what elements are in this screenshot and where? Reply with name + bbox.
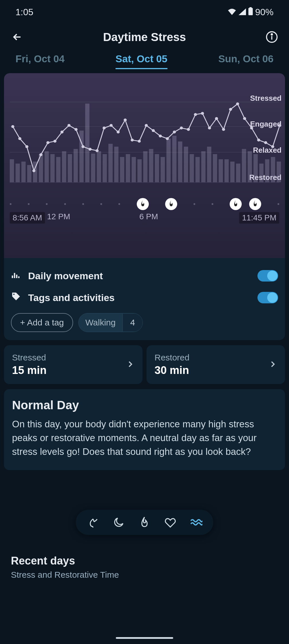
svg-point-95	[13, 294, 15, 295]
svg-point-74	[166, 137, 169, 140]
svg-point-71	[145, 124, 148, 127]
svg-rect-32	[166, 139, 171, 182]
tags-label: Tags and activities	[28, 292, 115, 303]
nav-heart[interactable]	[163, 515, 177, 529]
svg-rect-23	[114, 147, 118, 182]
flame-icon[interactable]	[249, 198, 261, 210]
svg-point-73	[159, 135, 162, 137]
stressed-card[interactable]: Stressed 15 min	[4, 345, 142, 384]
nav-readiness[interactable]	[86, 515, 100, 529]
svg-point-89	[271, 145, 274, 148]
activity-marker-row	[10, 197, 279, 211]
svg-point-57	[46, 141, 50, 144]
movement-toggle-row: Daily movement	[11, 265, 278, 287]
tags-toggle[interactable]	[257, 292, 278, 303]
tag-chip-count: 4	[122, 314, 142, 331]
time-6pm: 6 PM	[139, 212, 158, 221]
clock-time: 1:05	[15, 7, 33, 18]
svg-rect-14	[62, 151, 66, 182]
add-tag-button[interactable]: + Add a tag	[11, 313, 73, 332]
svg-point-76	[180, 127, 183, 129]
chevron-right-icon	[268, 360, 277, 370]
svg-point-55	[32, 169, 36, 172]
restored-value: 30 min	[155, 364, 190, 377]
svg-rect-47	[253, 154, 258, 182]
info-button[interactable]	[265, 30, 279, 44]
svg-rect-0	[248, 8, 253, 15]
back-button[interactable]	[10, 30, 24, 44]
tag-row: + Add a tag Walking 4	[11, 313, 278, 332]
header: Daytime Stress	[0, 23, 289, 51]
svg-point-62	[81, 145, 85, 148]
svg-rect-48	[259, 164, 263, 182]
date-tabs: Fri, Oct 04 Sat, Oct 05 Sun, Oct 06	[0, 51, 289, 69]
svg-rect-24	[120, 157, 124, 182]
svg-point-70	[138, 140, 141, 143]
time-start: 8:56 AM	[10, 212, 45, 224]
svg-point-81	[215, 117, 218, 120]
svg-rect-25	[126, 154, 130, 182]
controls-card: Daily movement Tags and activities + Add…	[4, 258, 285, 340]
svg-rect-28	[143, 151, 148, 182]
svg-rect-94	[18, 276, 20, 278]
svg-point-84	[236, 102, 239, 105]
wifi-icon	[228, 7, 236, 18]
svg-rect-44	[236, 164, 240, 182]
tags-toggle-row: Tags and activities	[11, 287, 278, 309]
svg-point-59	[60, 131, 64, 133]
svg-point-87	[257, 139, 260, 141]
svg-point-68	[124, 119, 127, 121]
svg-point-65	[103, 127, 106, 129]
svg-point-52	[11, 125, 14, 128]
svg-point-58	[53, 140, 56, 143]
svg-point-75	[173, 131, 176, 133]
svg-rect-34	[178, 141, 182, 182]
home-indicator[interactable]	[116, 637, 173, 639]
svg-rect-42	[224, 159, 229, 182]
nav-stress[interactable]	[189, 515, 203, 529]
svg-rect-46	[248, 151, 252, 182]
page-title: Daytime Stress	[103, 31, 186, 44]
tab-next-day[interactable]: Sun, Oct 06	[218, 53, 274, 69]
svg-rect-92	[14, 273, 15, 278]
svg-rect-8	[27, 165, 32, 182]
tag-chip-walking[interactable]: Walking 4	[78, 313, 143, 332]
svg-rect-49	[265, 159, 270, 182]
flame-icon[interactable]	[165, 198, 177, 210]
svg-point-77	[187, 128, 190, 131]
svg-rect-41	[219, 159, 223, 182]
svg-rect-19	[91, 154, 95, 182]
tab-prev-day[interactable]: Fri, Oct 04	[15, 53, 65, 69]
svg-point-83	[229, 108, 232, 111]
svg-rect-5	[10, 159, 14, 182]
time-end: 11:45 PM	[239, 212, 279, 224]
flame-icon[interactable]	[137, 198, 149, 210]
svg-point-78	[194, 113, 197, 116]
nav-sleep[interactable]	[112, 515, 126, 529]
svg-point-88	[264, 141, 267, 144]
summary-text: On this day, your body didn't experience…	[12, 417, 277, 459]
svg-point-56	[39, 153, 42, 156]
nav-activity[interactable]	[138, 515, 151, 529]
svg-rect-45	[242, 149, 246, 182]
movement-toggle[interactable]	[257, 270, 278, 282]
svg-point-69	[131, 139, 134, 141]
stress-chart-card: Stressed Engaged Relaxed Restored	[4, 73, 285, 258]
tab-current-day[interactable]: Sat, Oct 05	[116, 53, 167, 69]
restored-card[interactable]: Restored 30 min	[147, 345, 285, 384]
svg-rect-36	[190, 154, 194, 182]
summary-title: Normal Day	[12, 398, 277, 412]
recent-days-section: Recent days Stress and Restorative Time	[11, 555, 278, 580]
svg-rect-51	[277, 162, 281, 182]
svg-rect-37	[196, 157, 200, 182]
battery-pct: 90%	[255, 7, 274, 18]
svg-point-64	[95, 149, 99, 152]
stress-chart[interactable]: Stressed Engaged Relaxed Restored	[4, 73, 285, 228]
svg-rect-22	[108, 144, 113, 182]
flame-icon[interactable]	[230, 198, 242, 210]
svg-rect-91	[12, 276, 13, 278]
stressed-value: 15 min	[12, 364, 46, 377]
svg-rect-11	[44, 151, 49, 182]
time-noon: 12 PM	[47, 212, 70, 221]
svg-point-60	[67, 124, 71, 127]
